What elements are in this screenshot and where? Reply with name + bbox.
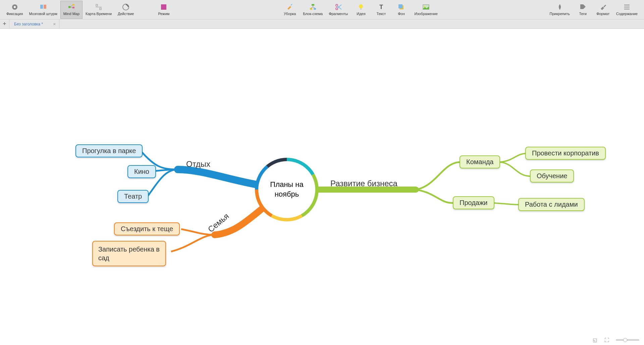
list-icon <box>623 3 631 11</box>
tool-label: Изображение <box>414 12 437 16</box>
node-text: Провести корпоратив <box>532 149 599 157</box>
tool-blockscheme[interactable]: Блок-схема <box>300 1 326 19</box>
tool-tags[interactable]: Теги <box>573 1 593 19</box>
tool-label: Действие <box>118 12 134 16</box>
node-training[interactable]: Обучение <box>530 169 574 183</box>
svg-rect-15 <box>312 4 314 6</box>
svg-line-14 <box>291 4 292 5</box>
status-bar: ◱ ⛶ <box>592 337 639 343</box>
svg-rect-11 <box>100 8 101 10</box>
node-theatre[interactable]: Театр <box>117 190 149 203</box>
svg-rect-10 <box>96 4 98 6</box>
node-team[interactable]: Команда <box>460 155 500 168</box>
tool-background[interactable]: Фон <box>391 1 411 19</box>
tab-document[interactable]: Без заголовка * × <box>9 19 59 28</box>
tool-label: Mind Map <box>63 12 79 16</box>
tool-label: Содержание <box>616 12 638 16</box>
tool-label: Уборка <box>284 12 296 16</box>
svg-rect-28 <box>398 4 402 8</box>
node-party[interactable]: Провести корпоратив <box>525 147 606 160</box>
toolbar-left: Фиксация Мозговой штурм Mind Map Карта В… <box>3 1 174 19</box>
tool-action[interactable]: Действие <box>115 1 137 19</box>
tool-brainstorm[interactable]: Мозговой штурм <box>26 1 60 19</box>
svg-rect-4 <box>68 6 70 8</box>
zoom-thumb[interactable] <box>623 338 627 342</box>
tool-label: Прикрепить <box>550 12 570 16</box>
cards-icon <box>40 3 47 11</box>
paintbrush-icon <box>599 3 607 11</box>
toolbar-right: Прикрепить Теги Формат Содержание <box>547 1 641 19</box>
action-icon <box>122 3 129 11</box>
tool-cleanup[interactable]: Уборка <box>280 1 300 19</box>
svg-rect-13 <box>161 4 166 10</box>
camera-icon <box>11 3 18 11</box>
svg-line-7 <box>70 5 72 7</box>
text-icon: T <box>377 3 385 11</box>
tab-title: Без заголовка * <box>14 22 43 26</box>
svg-line-31 <box>604 5 606 7</box>
tool-attach[interactable]: Прикрепить <box>547 1 573 19</box>
tool-label: Блок-схема <box>303 12 323 16</box>
tool-mode[interactable]: Режим <box>154 1 174 19</box>
fit-icon[interactable]: ◱ <box>592 337 598 343</box>
svg-rect-3 <box>44 5 46 9</box>
tool-content[interactable]: Содержание <box>613 1 641 19</box>
close-icon[interactable]: × <box>53 21 56 27</box>
scissors-icon <box>335 3 342 11</box>
tool-label: Текст <box>377 12 386 16</box>
branch-label-rest[interactable]: Отдых <box>186 159 210 169</box>
layers-icon <box>397 3 405 11</box>
fullscreen-icon[interactable]: ⛶ <box>604 337 610 343</box>
branch-label-biz[interactable]: Развитие бизнеса <box>330 179 397 188</box>
svg-rect-5 <box>72 4 74 6</box>
tool-text[interactable]: T Текст <box>371 1 391 19</box>
tool-mindmap[interactable]: Mind Map <box>60 1 83 19</box>
node-cinema[interactable]: Кино <box>127 165 156 178</box>
node-kindergarten[interactable]: Записать ребенка в сад <box>92 241 166 266</box>
svg-rect-2 <box>40 5 43 9</box>
toolbar: Фиксация Мозговой штурм Mind Map Карта В… <box>0 0 644 19</box>
node-text: Продажи <box>460 199 488 207</box>
node-motherinlaw[interactable]: Съездить к теще <box>114 222 180 235</box>
tab-bar: + Без заголовка * × <box>0 19 644 29</box>
tag-icon <box>579 3 587 11</box>
bulb-icon <box>357 3 365 11</box>
tool-fragments[interactable]: Фрагменты <box>326 1 351 19</box>
node-text: Записать ребенка в сад <box>98 245 160 262</box>
node-text: Обучение <box>537 172 567 180</box>
central-node[interactable]: Планы на ноябрь <box>255 158 319 221</box>
svg-rect-16 <box>310 8 312 10</box>
image-icon <box>422 3 430 11</box>
node-text: Театр <box>124 193 142 200</box>
tool-label: Фон <box>398 12 405 16</box>
node-leads[interactable]: Работа с лидами <box>518 198 585 211</box>
central-node-label: Планы на ноябрь <box>258 161 315 218</box>
branch-label-family[interactable]: Семья <box>206 211 231 234</box>
add-tab-button[interactable]: + <box>0 19 9 29</box>
tool-timemap[interactable]: Карта Времени <box>83 1 115 19</box>
flowchart-icon <box>309 3 317 11</box>
tool-fixation[interactable]: Фиксация <box>3 1 26 19</box>
svg-line-20 <box>313 7 315 8</box>
tool-image[interactable]: Изображение <box>411 1 440 19</box>
node-text: Кино <box>134 168 149 176</box>
connector-layer <box>0 29 644 345</box>
svg-point-25 <box>359 4 363 8</box>
zoom-slider[interactable] <box>616 339 639 341</box>
brush-icon <box>286 3 293 11</box>
tool-label: Теги <box>579 12 586 16</box>
tool-format[interactable]: Формат <box>593 1 613 19</box>
svg-point-1 <box>14 6 16 8</box>
svg-rect-17 <box>314 8 316 10</box>
mindmap-canvas[interactable]: Планы на ноябрь Отдых Семья Развитие биз… <box>0 29 644 345</box>
tool-label: Формат <box>596 12 609 16</box>
node-sales[interactable]: Продажи <box>453 196 494 209</box>
svg-line-8 <box>70 7 72 8</box>
node-park[interactable]: Прогулка в парке <box>75 144 143 157</box>
tool-label: Фиксация <box>6 12 23 16</box>
tool-idea[interactable]: Идея <box>351 1 371 19</box>
svg-point-30 <box>424 6 425 7</box>
node-text: Команда <box>466 158 493 166</box>
mindmap-icon <box>68 3 75 11</box>
tool-label: Идея <box>357 12 365 16</box>
